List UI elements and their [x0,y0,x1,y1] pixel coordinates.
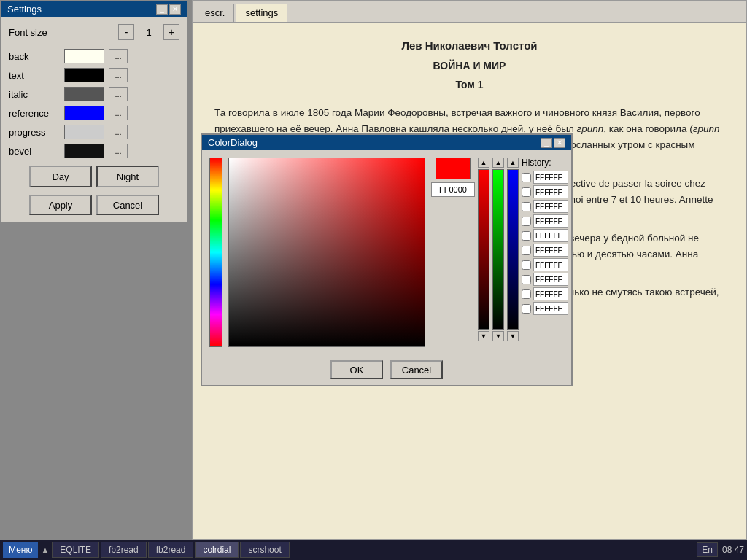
history-color-7[interactable]: FFFFFF [533,258,568,271]
history-color-4[interactable]: FFFFFF [533,214,568,228]
history-color-2[interactable]: FFFFFF [533,185,568,198]
reader-book-title: Лев Николаевич Толстой [214,37,724,55]
color-dialog-minimize-button[interactable]: _ [541,138,552,148]
color-row-reference: reference ... [9,106,179,120]
history-checkbox-3[interactable] [522,202,531,211]
night-button[interactable]: Night [96,166,159,187]
slider-track-g[interactable] [492,169,504,330]
history-item-6: FFFFFF [522,244,568,257]
color-btn-text[interactable]: ... [109,68,128,82]
history-color-5[interactable]: FFFFFF [533,229,568,242]
history-color-9[interactable]: FFFFFF [533,287,568,300]
color-swatch-progress[interactable] [64,125,104,139]
history-checkbox-7[interactable] [522,260,531,270]
color-swatch-back[interactable] [64,49,104,63]
color-swatch-italic[interactable] [64,87,104,101]
font-size-value: 1 [139,27,159,38]
color-dialog: ColorDialog _ ✕ ▲ [201,133,573,386]
history-checkbox-9[interactable] [522,289,531,299]
slider-r-down[interactable]: ▼ [478,331,489,341]
taskbar-item-fb2read-1[interactable]: fb2read [101,542,147,558]
color-dialog-titlebar: ColorDialog _ ✕ [202,135,571,150]
taskbar-right: En 08 47 [697,542,744,557]
color-dialog-title: ColorDialog [208,137,258,148]
reader-tabs: escr. settings [193,1,746,23]
slider-b-up[interactable]: ▲ [507,158,519,168]
taskbar-item-fb2read-2[interactable]: fb2read [148,542,194,558]
color-picker-area[interactable] [228,158,425,347]
slider-g-down[interactable]: ▼ [492,331,504,341]
history-item-1: FFFFFF [522,171,568,184]
settings-minimize-button[interactable]: _ [156,4,168,15]
slider-r-up[interactable]: ▲ [478,158,489,168]
history-item-7: FFFFFF [522,258,568,271]
font-size-minus-button[interactable]: - [118,24,134,40]
apply-button[interactable]: Apply [29,195,92,215]
reader-book-volume: Том 1 [214,77,724,93]
slider-col-b: ▲ ▼ [507,158,519,341]
color-swatch-bevel[interactable] [64,144,104,158]
color-dialog-ok-button[interactable]: OK [330,360,383,379]
color-dialog-footer: OK Cancel [202,354,571,385]
font-size-plus-button[interactable]: + [163,24,179,40]
slider-track-b[interactable] [507,169,519,330]
color-row-text: text ... [9,68,179,82]
tab-descr[interactable]: escr. [196,4,234,22]
reader-book-subtitle: ВОЙНА И МИР [214,58,724,74]
color-btn-reference[interactable]: ... [109,106,128,120]
history-item-8: FFFFFF [522,273,568,286]
history-item-5: FFFFFF [522,229,568,242]
day-night-row: Day Night [9,166,179,187]
color-dialog-close-button[interactable]: ✕ [554,138,565,148]
color-label-italic: italic [9,89,60,100]
color-label-back: back [9,51,60,62]
color-preview-and-sliders: ▲ ▼ ▲ ▼ ▲ ▼ [431,158,568,341]
color-btn-bevel[interactable]: ... [109,144,128,158]
history-checkbox-6[interactable] [522,246,531,255]
settings-titlebar: Settings _ ✕ [1,1,187,17]
color-btn-italic[interactable]: ... [109,87,128,101]
history-checkbox-2[interactable] [522,187,531,197]
taskbar-lang: En [697,542,718,557]
taskbar-time: 08 47 [722,545,744,555]
color-label-progress: progress [9,127,60,138]
history-item-9: FFFFFF [522,287,568,300]
history-item-2: FFFFFF [522,185,568,198]
history-checkbox-10[interactable] [522,304,531,314]
taskbar-menu-button[interactable]: Меню [3,542,38,558]
taskbar: Меню ▲ EQLITE fb2read fb2read colrdial s… [0,540,747,560]
taskbar-item-colrdial[interactable]: colrdial [195,542,239,558]
history-checkbox-1[interactable] [522,173,531,182]
color-dialog-cancel-button[interactable]: Cancel [390,360,443,379]
history-color-3[interactable]: FFFFFF [533,200,568,213]
color-preview-container [431,158,475,331]
slider-b-down[interactable]: ▼ [507,331,519,341]
day-button[interactable]: Day [29,166,92,187]
history-color-6[interactable]: FFFFFF [533,244,568,257]
cancel-button[interactable]: Cancel [96,195,159,215]
history-color-8[interactable]: FFFFFF [533,273,568,286]
color-hex-input[interactable] [431,182,475,197]
action-row: Apply Cancel [9,195,179,215]
color-swatch-text[interactable] [64,68,104,82]
font-size-label: Font size [9,27,114,38]
color-spectrum[interactable] [209,158,222,347]
history-checkbox-5[interactable] [522,231,531,241]
color-label-text: text [9,70,60,81]
history-color-1[interactable]: FFFFFF [533,171,568,184]
taskbar-item-eqlite[interactable]: EQLITE [52,542,99,558]
tab-settings[interactable]: settings [236,4,287,22]
font-size-row: Font size - 1 + [9,24,179,40]
color-btn-back[interactable]: ... [109,49,128,63]
settings-close-button[interactable]: ✕ [169,4,181,15]
settings-body: Font size - 1 + back ... text ... italic… [1,17,187,222]
slider-track-r[interactable] [478,169,489,330]
settings-panel: Settings _ ✕ Font size - 1 + back ... te… [0,0,188,224]
color-swatch-reference[interactable] [64,106,104,120]
history-color-10[interactable]: FFFFFF [533,302,568,315]
slider-g-up[interactable]: ▲ [492,158,504,168]
color-btn-progress[interactable]: ... [109,125,128,139]
taskbar-item-scrshoot[interactable]: scrshoot [240,542,289,558]
history-checkbox-8[interactable] [522,275,531,284]
history-checkbox-4[interactable] [522,217,531,226]
